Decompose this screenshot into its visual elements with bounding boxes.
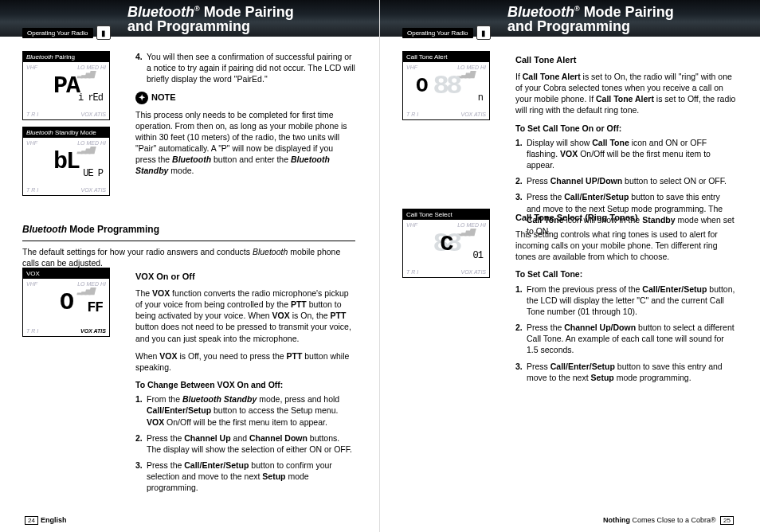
lcd-vox-box: VOX VHFLO MED HI▂▃▅▇ O FF TRIVOX ATIS xyxy=(22,268,110,337)
cta-step-1: Display will show Call Tone icon and ON … xyxy=(515,137,736,171)
programming-title: Bluetooth Mode Programming xyxy=(22,223,355,236)
lcd-header: VOX xyxy=(23,268,109,279)
pairing-step-4: You will then see a confirmation of succ… xyxy=(135,51,355,85)
footer-slogan-bold: Nothing xyxy=(603,516,630,524)
cts-paragraph: This setting controls what ring tones is… xyxy=(515,229,736,263)
radio-icon: ▮ xyxy=(96,25,111,40)
section-tab: Operating Your Radio ▮ xyxy=(402,25,491,40)
vox-step-3: Press the Call/Enter/Setup button to con… xyxy=(135,460,355,494)
section-tab-label: Operating Your Radio xyxy=(402,28,473,38)
page-number: 24 xyxy=(25,516,38,525)
title-line-2: and Programming xyxy=(507,19,674,33)
lcd-sub-text: n xyxy=(478,92,483,104)
page-title: Bluetooth® Mode Pairing and Programming xyxy=(507,2,674,33)
page-footer-right: Nothing Comes Close to a Cobra® 25 xyxy=(603,516,736,524)
lcd-sub-text: FF xyxy=(87,299,103,315)
note-icon: ✦ xyxy=(135,92,148,104)
main-text-upper: You will then see a confirmation of succ… xyxy=(135,51,355,183)
page-footer-left: 24English xyxy=(22,516,66,524)
lcd-header: Call Tone Alert xyxy=(403,52,489,62)
title-rest: Mode Pairing xyxy=(200,4,294,20)
manual-spread: Bluetooth® Mode Pairing and Programming … xyxy=(0,0,760,532)
section-tab-label: Operating Your Radio xyxy=(22,28,93,38)
lcd-screen: VHFLO MED HI▂▃▅▇ bL UE P TRIVOX ATIS xyxy=(23,138,109,195)
cts-step-2: Press the Channel Up/Down button to sele… xyxy=(515,322,736,356)
cts-step-3: Press Call/Enter/Setup button to save th… xyxy=(515,361,736,383)
lcd-screen: VHFLO MED HI▂▃▅▇ PA i rEd TRIVOX ATIS xyxy=(23,62,109,119)
note-body: This process only needs to be completed … xyxy=(135,109,355,177)
vox-step-1: From the Bluetooth Standby mode, press a… xyxy=(135,393,355,428)
lcd-cts-box: Call Tone Select VHFLO MED HI▂▃▅▇ 88 C 0… xyxy=(402,209,490,278)
lcd-sub-text: 01 xyxy=(473,250,483,261)
cts-step-1: From the previous press of the Call/Ente… xyxy=(515,284,736,318)
lcd-header: Call Tone Select xyxy=(403,209,489,220)
registered-mark: ® xyxy=(194,5,200,13)
lcd-cta-box: Call Tone Alert VHFLO MED HI▂▃▅▇ 88 O n … xyxy=(402,51,490,120)
vox-paragraph-1: The VOX function converts the radio micr… xyxy=(135,288,355,344)
cta-step-2: Press Channel UP/Down button to select O… xyxy=(515,175,736,186)
footer-slogan: Comes Close to a Cobra xyxy=(630,516,711,524)
lcd-header: Bluetooth Pairing xyxy=(23,52,109,62)
lcd-standby-box: Bluetooth Standby Mode VHFLO MED HI▂▃▅▇ … xyxy=(22,127,110,196)
vox-section: VOX On or Off The VOX function converts … xyxy=(135,268,355,500)
section-tab: Operating Your Radio ▮ xyxy=(22,25,111,40)
programming-intro: The default settings for how your radio … xyxy=(22,246,355,268)
sidebar-figures: Bluetooth Pairing VHFLO MED HI▂▃▅▇ PA i … xyxy=(22,51,126,202)
lcd-screen: VHFLO MED HI▂▃▅▇ 88 C 01 TRIVOX ATIS xyxy=(403,220,489,277)
lcd-screen: VHFLO MED HI▂▃▅▇ 88 O n TRIVOX ATIS xyxy=(403,62,489,119)
vox-steps: From the Bluetooth Standby mode, press a… xyxy=(135,393,355,493)
title-rest: Mode Pairing xyxy=(580,4,674,20)
title-line-2: and Programming xyxy=(127,19,294,33)
page-number: 25 xyxy=(720,516,734,525)
registered-mark: ® xyxy=(574,5,580,13)
lcd-sub-text: UE P xyxy=(83,168,103,179)
divider xyxy=(22,241,355,241)
vox-change-heading: To Change Between VOX On and Off: xyxy=(135,379,355,390)
lcd-pairing-box: Bluetooth Pairing VHFLO MED HI▂▃▅▇ PA i … xyxy=(22,51,110,120)
sidebar-vox-figure: VOX VHFLO MED HI▂▃▅▇ O FF TRIVOX ATIS xyxy=(22,268,126,343)
page-title: Bluetooth® Mode Pairing and Programming xyxy=(127,2,294,33)
page-25: Bluetooth® Mode Pairing and Programming … xyxy=(380,0,760,532)
cts-steps: From the previous press of the Call/Ente… xyxy=(515,284,736,383)
lcd-big-text: O xyxy=(408,68,484,104)
lcd-header: Bluetooth Standby Mode xyxy=(23,127,109,138)
radio-icon: ▮ xyxy=(476,25,491,40)
sidebar-cts-figure: Call Tone Select VHFLO MED HI▂▃▅▇ 88 C 0… xyxy=(402,209,506,284)
cta-paragraph: If Call Tone Alert is set to On, the rad… xyxy=(515,71,736,116)
cts-title: Call Tone Select (Ring Tones) xyxy=(515,212,736,224)
bluetooth-word: Bluetooth xyxy=(507,4,574,20)
page-24: Bluetooth® Mode Pairing and Programming … xyxy=(0,0,380,532)
lcd-sub-text: i rEd xyxy=(78,92,103,104)
cta-title: Call Tone Alert xyxy=(515,54,736,66)
cta-subheading: To Set Call Tone On or Off: xyxy=(515,123,736,134)
cts-subheading: To Set Call Tone: xyxy=(515,268,736,280)
vox-step-2: Press the Channel Up and Channel Down bu… xyxy=(135,432,355,455)
registered-mark: ® xyxy=(711,516,716,524)
footer-language: English xyxy=(41,516,67,524)
bluetooth-word: Bluetooth xyxy=(127,4,194,20)
vox-title: VOX On or Off xyxy=(135,271,355,283)
cts-section: Call Tone Select (Ring Tones) This setti… xyxy=(515,209,736,389)
note-heading: ✦NOTE xyxy=(135,92,355,104)
lcd-screen: VHFLO MED HI▂▃▅▇ O FF TRIVOX ATIS xyxy=(23,279,109,336)
sidebar-cta-figure: Call Tone Alert VHFLO MED HI▂▃▅▇ 88 O n … xyxy=(402,51,506,127)
vox-paragraph-2: When VOX is Off, you need to press the P… xyxy=(135,350,355,373)
